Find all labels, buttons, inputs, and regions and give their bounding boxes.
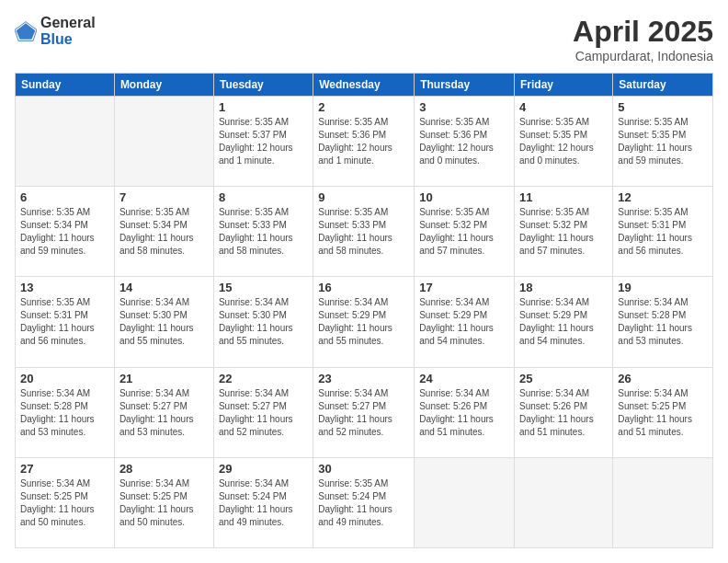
day-number: 12 (618, 190, 708, 204)
day-info: Sunrise: 5:34 AM Sunset: 5:29 PM Dayligh… (519, 296, 608, 348)
svg-marker-0 (17, 23, 36, 40)
cell-w1d7: 5Sunrise: 5:35 AM Sunset: 5:35 PM Daylig… (613, 97, 713, 187)
cell-w3d6: 18Sunrise: 5:34 AM Sunset: 5:29 PM Dayli… (515, 277, 613, 367)
day-info: Sunrise: 5:35 AM Sunset: 5:35 PM Dayligh… (519, 116, 608, 167)
cell-w1d5: 3Sunrise: 5:35 AM Sunset: 5:36 PM Daylig… (415, 97, 515, 187)
cell-w3d1: 13Sunrise: 5:35 AM Sunset: 5:31 PM Dayli… (16, 277, 115, 367)
header: General Blue April 2025 Campurdarat, Ind… (15, 15, 713, 63)
day-info: Sunrise: 5:35 AM Sunset: 5:33 PM Dayligh… (318, 206, 409, 258)
cell-w3d2: 14Sunrise: 5:34 AM Sunset: 5:30 PM Dayli… (114, 277, 213, 367)
cell-w4d1: 20Sunrise: 5:34 AM Sunset: 5:28 PM Dayli… (16, 367, 115, 457)
day-info: Sunrise: 5:34 AM Sunset: 5:29 PM Dayligh… (318, 296, 409, 348)
cell-w5d4: 30Sunrise: 5:35 AM Sunset: 5:24 PM Dayli… (313, 457, 415, 547)
day-info: Sunrise: 5:34 AM Sunset: 5:27 PM Dayligh… (119, 387, 209, 439)
day-number: 4 (519, 100, 608, 114)
day-number: 1 (219, 100, 308, 114)
day-info: Sunrise: 5:35 AM Sunset: 5:34 PM Dayligh… (119, 206, 209, 258)
cell-w1d4: 2Sunrise: 5:35 AM Sunset: 5:36 PM Daylig… (313, 97, 415, 187)
day-number: 20 (20, 372, 109, 385)
col-sunday: Sunday (16, 74, 115, 97)
day-info: Sunrise: 5:35 AM Sunset: 5:37 PM Dayligh… (219, 116, 308, 167)
day-number: 2 (318, 100, 409, 114)
day-number: 29 (219, 462, 308, 476)
day-info: Sunrise: 5:35 AM Sunset: 5:32 PM Dayligh… (519, 206, 608, 258)
cell-w3d7: 19Sunrise: 5:34 AM Sunset: 5:28 PM Dayli… (613, 277, 713, 367)
col-tuesday: Tuesday (213, 74, 313, 97)
calendar-page: General Blue April 2025 Campurdarat, Ind… (0, 0, 728, 563)
cell-w4d5: 24Sunrise: 5:34 AM Sunset: 5:26 PM Dayli… (415, 367, 515, 457)
col-friday: Friday (515, 74, 613, 97)
day-info: Sunrise: 5:34 AM Sunset: 5:30 PM Dayligh… (219, 296, 308, 348)
day-info: Sunrise: 5:34 AM Sunset: 5:27 PM Dayligh… (318, 387, 409, 439)
day-info: Sunrise: 5:35 AM Sunset: 5:32 PM Dayligh… (419, 206, 509, 258)
cell-w2d3: 8Sunrise: 5:35 AM Sunset: 5:33 PM Daylig… (213, 187, 313, 277)
cell-w4d3: 22Sunrise: 5:34 AM Sunset: 5:27 PM Dayli… (213, 367, 313, 457)
day-number: 22 (219, 372, 308, 385)
day-info: Sunrise: 5:34 AM Sunset: 5:30 PM Dayligh… (119, 296, 209, 348)
calendar-table: Sunday Monday Tuesday Wednesday Thursday… (15, 73, 713, 548)
day-info: Sunrise: 5:35 AM Sunset: 5:24 PM Dayligh… (318, 477, 409, 529)
day-number: 3 (419, 100, 509, 114)
cell-w1d6: 4Sunrise: 5:35 AM Sunset: 5:35 PM Daylig… (515, 97, 613, 187)
week-row-1: 1Sunrise: 5:35 AM Sunset: 5:37 PM Daylig… (16, 97, 713, 187)
day-info: Sunrise: 5:34 AM Sunset: 5:28 PM Dayligh… (618, 296, 708, 348)
cell-w5d6 (515, 457, 613, 547)
day-number: 28 (119, 462, 209, 476)
cell-w3d5: 17Sunrise: 5:34 AM Sunset: 5:29 PM Dayli… (415, 277, 515, 367)
logo-blue: Blue (40, 31, 73, 47)
day-number: 26 (618, 372, 708, 385)
day-info: Sunrise: 5:34 AM Sunset: 5:25 PM Dayligh… (20, 477, 109, 529)
cell-w4d2: 21Sunrise: 5:34 AM Sunset: 5:27 PM Dayli… (114, 367, 213, 457)
col-monday: Monday (114, 74, 213, 97)
day-number: 27 (20, 462, 109, 476)
day-info: Sunrise: 5:34 AM Sunset: 5:28 PM Dayligh… (20, 387, 109, 439)
cell-w2d1: 6Sunrise: 5:35 AM Sunset: 5:34 PM Daylig… (16, 187, 115, 277)
day-info: Sunrise: 5:35 AM Sunset: 5:34 PM Dayligh… (20, 206, 109, 258)
cell-w5d1: 27Sunrise: 5:34 AM Sunset: 5:25 PM Dayli… (16, 457, 115, 547)
calendar-title: April 2025 (573, 15, 713, 49)
logo-icon (15, 20, 37, 42)
cell-w5d7 (613, 457, 713, 547)
day-number: 30 (318, 462, 409, 476)
day-info: Sunrise: 5:35 AM Sunset: 5:36 PM Dayligh… (318, 116, 409, 167)
title-block: April 2025 Campurdarat, Indonesia (573, 15, 713, 63)
day-info: Sunrise: 5:35 AM Sunset: 5:31 PM Dayligh… (618, 206, 708, 258)
logo: General Blue (15, 15, 96, 48)
day-number: 8 (219, 190, 308, 204)
cell-w2d6: 11Sunrise: 5:35 AM Sunset: 5:32 PM Dayli… (515, 187, 613, 277)
col-saturday: Saturday (613, 74, 713, 97)
header-row: Sunday Monday Tuesday Wednesday Thursday… (16, 74, 713, 97)
cell-w3d4: 16Sunrise: 5:34 AM Sunset: 5:29 PM Dayli… (313, 277, 415, 367)
day-info: Sunrise: 5:35 AM Sunset: 5:31 PM Dayligh… (20, 296, 109, 348)
cell-w2d5: 10Sunrise: 5:35 AM Sunset: 5:32 PM Dayli… (415, 187, 515, 277)
week-row-5: 27Sunrise: 5:34 AM Sunset: 5:25 PM Dayli… (16, 457, 713, 547)
cell-w4d4: 23Sunrise: 5:34 AM Sunset: 5:27 PM Dayli… (313, 367, 415, 457)
day-number: 21 (119, 372, 209, 385)
cell-w2d2: 7Sunrise: 5:35 AM Sunset: 5:34 PM Daylig… (114, 187, 213, 277)
cell-w2d4: 9Sunrise: 5:35 AM Sunset: 5:33 PM Daylig… (313, 187, 415, 277)
day-number: 25 (519, 372, 608, 385)
cell-w1d3: 1Sunrise: 5:35 AM Sunset: 5:37 PM Daylig… (213, 97, 313, 187)
col-thursday: Thursday (415, 74, 515, 97)
day-number: 19 (618, 281, 708, 294)
day-info: Sunrise: 5:34 AM Sunset: 5:26 PM Dayligh… (419, 387, 509, 439)
cell-w5d2: 28Sunrise: 5:34 AM Sunset: 5:25 PM Dayli… (114, 457, 213, 547)
week-row-4: 20Sunrise: 5:34 AM Sunset: 5:28 PM Dayli… (16, 367, 713, 457)
day-number: 16 (318, 281, 409, 294)
logo-text: General Blue (40, 15, 96, 48)
cell-w3d3: 15Sunrise: 5:34 AM Sunset: 5:30 PM Dayli… (213, 277, 313, 367)
col-wednesday: Wednesday (313, 74, 415, 97)
cell-w1d2 (114, 97, 213, 187)
day-info: Sunrise: 5:34 AM Sunset: 5:25 PM Dayligh… (119, 477, 209, 529)
logo-general: General (40, 15, 96, 30)
day-info: Sunrise: 5:34 AM Sunset: 5:24 PM Dayligh… (219, 477, 308, 529)
day-number: 14 (119, 281, 209, 294)
cell-w1d1 (16, 97, 115, 187)
day-info: Sunrise: 5:34 AM Sunset: 5:25 PM Dayligh… (618, 387, 708, 439)
day-number: 17 (419, 281, 509, 294)
cell-w4d7: 26Sunrise: 5:34 AM Sunset: 5:25 PM Dayli… (613, 367, 713, 457)
day-number: 15 (219, 281, 308, 294)
week-row-2: 6Sunrise: 5:35 AM Sunset: 5:34 PM Daylig… (16, 187, 713, 277)
cell-w2d7: 12Sunrise: 5:35 AM Sunset: 5:31 PM Dayli… (613, 187, 713, 277)
day-info: Sunrise: 5:35 AM Sunset: 5:36 PM Dayligh… (419, 116, 509, 167)
